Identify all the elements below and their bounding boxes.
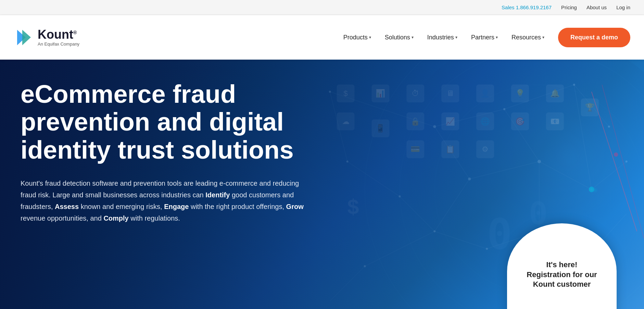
hero-body-mid2: known and emerging risks, bbox=[81, 203, 164, 210]
hero-body: Kount's fraud detection software and pre… bbox=[21, 177, 315, 224]
top-bar: Sales 1.866.919.2167 Pricing About us Lo… bbox=[0, 0, 644, 15]
main-nav: Kount® An Equifax Company Products Solut… bbox=[0, 15, 644, 60]
svg-marker-1 bbox=[22, 30, 31, 45]
solutions-nav-link[interactable]: Solutions bbox=[385, 34, 414, 41]
sales-phone-link[interactable]: Sales 1.866.919.2167 bbox=[502, 4, 552, 10]
hero-engage-keyword: Engage bbox=[164, 203, 189, 210]
hero-content: eCommerce fraud prevention and digital i… bbox=[0, 60, 336, 245]
hero-body-final: with regulations. bbox=[130, 214, 180, 222]
hero-grow-keyword: Grow bbox=[286, 203, 304, 210]
industries-nav-link[interactable]: Industries bbox=[427, 34, 457, 41]
logo-subtitle: An Equifax Company bbox=[38, 41, 79, 47]
hero-section: $ 📊 ⏱ 🖥 👤 💡 ☁ 📱 🔒 📈 🌐 🎯 💳 📋 ⚙ 🔔 📧 🏆 0 0 … bbox=[0, 60, 644, 309]
hero-comply-keyword: Comply bbox=[103, 214, 128, 222]
popup-card-text: It's here! Registration for our Kount cu… bbox=[527, 260, 597, 289]
logo[interactable]: Kount® An Equifax Company bbox=[14, 28, 79, 47]
logo-icon bbox=[14, 28, 34, 47]
partners-nav-link[interactable]: Partners bbox=[471, 34, 498, 41]
pricing-link[interactable]: Pricing bbox=[561, 4, 577, 10]
hero-assess-keyword: Assess bbox=[55, 203, 79, 210]
hero-body-end: revenue opportunities, and bbox=[21, 214, 103, 222]
hero-body-mid3: with the right product offerings, bbox=[191, 203, 286, 210]
hero-identify-keyword: Identify bbox=[205, 191, 230, 199]
request-demo-button[interactable]: Request a demo bbox=[558, 28, 630, 47]
about-us-link[interactable]: About us bbox=[586, 4, 607, 10]
nav-links: Products Solutions Industries Partners R… bbox=[343, 34, 544, 41]
popup-line2: Registration for our bbox=[527, 270, 597, 279]
popup-line1: It's here! bbox=[546, 260, 578, 269]
login-link[interactable]: Log in bbox=[616, 4, 630, 10]
hero-headline: eCommerce fraud prevention and digital i… bbox=[21, 80, 315, 164]
logo-brand-name: Kount® bbox=[38, 28, 79, 41]
products-nav-link[interactable]: Products bbox=[343, 34, 371, 41]
resources-nav-link[interactable]: Resources bbox=[512, 34, 544, 41]
logo-text: Kount® An Equifax Company bbox=[38, 28, 79, 47]
popup-line3: Kount customer bbox=[533, 280, 591, 288]
